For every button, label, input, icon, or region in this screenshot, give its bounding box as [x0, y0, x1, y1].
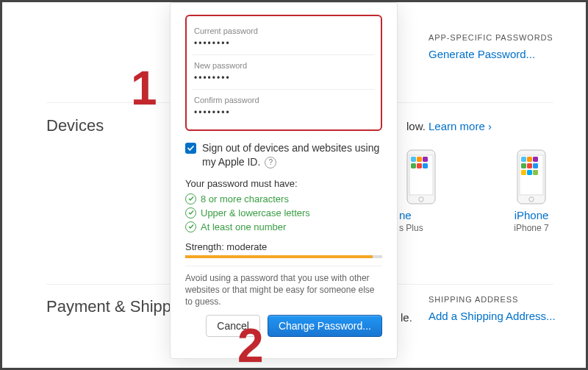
svg-rect-12: [527, 157, 532, 162]
change-password-modal: Current password •••••••• New password •…: [170, 2, 398, 359]
svg-rect-3: [417, 157, 422, 162]
requirement-item: At least one number: [185, 221, 382, 232]
check-circle-icon: [185, 221, 196, 232]
devices-section-title: Devices: [46, 116, 104, 135]
strength-meter-fill: [185, 255, 373, 258]
svg-rect-13: [533, 157, 538, 162]
truncated-text: le.: [401, 311, 412, 324]
svg-rect-16: [533, 163, 538, 168]
requirement-text: 8 or more characters: [201, 193, 289, 204]
learn-more-link[interactable]: Learn more ›: [429, 120, 492, 132]
svg-rect-18: [527, 170, 532, 175]
device-name: iPhone: [495, 209, 568, 221]
add-shipping-link[interactable]: Add a Shipping Address...: [429, 310, 576, 322]
password-advice: Avoid using a password that you use with…: [185, 266, 382, 308]
svg-rect-17: [521, 170, 526, 175]
current-password-label: Current password: [194, 26, 373, 35]
password-fields-group: Current password •••••••• New password •…: [185, 15, 382, 131]
requirements-title: Your password must have:: [185, 178, 382, 189]
check-icon: [187, 144, 195, 152]
device-name: ne: [399, 209, 443, 221]
requirement-item: 8 or more characters: [185, 193, 382, 204]
device-item[interactable]: iPhone iPhone 7: [495, 149, 568, 233]
iphone-icon: [406, 149, 436, 204]
svg-rect-4: [423, 157, 428, 162]
confirm-password-label: Confirm password: [194, 96, 373, 104]
help-icon[interactable]: ?: [265, 157, 276, 168]
svg-rect-11: [521, 157, 526, 162]
current-password-input[interactable]: ••••••••: [194, 38, 373, 49]
change-password-button[interactable]: Change Password...: [268, 315, 382, 337]
svg-rect-6: [417, 163, 422, 168]
learn-more-prefix: low.: [406, 120, 429, 132]
device-model: s Plus: [399, 223, 443, 233]
signout-label: Sign out of devices and websites using m…: [202, 142, 379, 168]
new-password-input[interactable]: ••••••••: [194, 73, 373, 83]
annotation-1: 1: [131, 61, 157, 115]
device-model: iPhone 7: [495, 223, 568, 233]
confirm-password-input[interactable]: ••••••••: [194, 107, 373, 118]
cancel-button[interactable]: Cancel: [206, 315, 260, 337]
requirement-item: Upper & lowercase letters: [185, 207, 382, 218]
app-specific-header: APP-SPECIFIC PASSWORDS: [429, 33, 576, 42]
requirement-text: Upper & lowercase letters: [201, 207, 310, 218]
device-list: ne s Plus iPhone iPhone 7: [399, 149, 568, 233]
shipping-address-header: SHIPPING ADDRESS: [429, 295, 576, 304]
requirements-list: 8 or more characters Upper & lowercase l…: [185, 193, 382, 232]
signout-checkbox[interactable]: [185, 143, 196, 154]
generate-password-link[interactable]: Generate Password...: [429, 48, 576, 60]
iphone-icon: [517, 149, 546, 204]
strength-meter: [185, 255, 382, 258]
svg-rect-15: [527, 163, 532, 168]
svg-rect-19: [533, 170, 538, 175]
new-password-label: New password: [194, 61, 373, 70]
svg-rect-14: [521, 163, 526, 168]
requirement-text: At least one number: [201, 221, 286, 232]
check-circle-icon: [185, 193, 196, 204]
svg-rect-5: [411, 163, 416, 168]
device-item[interactable]: ne s Plus: [399, 149, 443, 233]
svg-rect-2: [411, 157, 416, 162]
strength-label: Strength: moderate: [185, 241, 382, 252]
check-circle-icon: [185, 207, 196, 218]
svg-rect-7: [423, 163, 428, 168]
